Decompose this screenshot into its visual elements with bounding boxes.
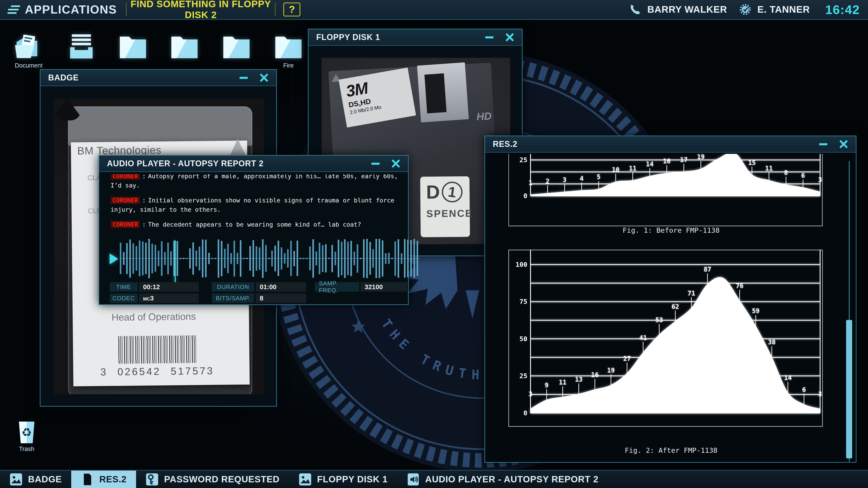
taskbar-item-res2[interactable]: RES.2: [71, 470, 136, 488]
audio-file-icon: [407, 473, 420, 486]
applications-menu[interactable]: APPLICATIONS: [25, 3, 117, 16]
waveform-bar: [290, 241, 292, 276]
badge-barcode-digits: 3 026542 517573: [100, 365, 214, 378]
objective-text: FIND SOMETHING IN FLOPPY DISK 2: [128, 0, 273, 20]
folder-icon: [170, 33, 199, 60]
desktop-icon-folder-2[interactable]: [164, 33, 205, 61]
play-button[interactable]: [110, 254, 118, 264]
svg-text:8: 8: [784, 169, 788, 176]
svg-text:15: 15: [748, 159, 756, 166]
waveform-bar: [161, 241, 162, 276]
waveform-bar: [180, 258, 181, 259]
separator: :: [142, 197, 146, 204]
agent-badge-icon: [739, 4, 751, 15]
waveform-bar: [325, 244, 327, 272]
desktop-icon-folder-fire[interactable]: Fire: [268, 33, 309, 69]
waveform-bar: [218, 239, 219, 278]
waveform-bar: [391, 258, 393, 259]
codec-value: MC3: [139, 293, 199, 303]
waveform-bar: [265, 245, 267, 272]
svg-text:38: 38: [768, 338, 776, 346]
close-button[interactable]: [391, 159, 400, 168]
disk-shutter: [417, 62, 469, 123]
waveform-bar: [344, 239, 346, 278]
minimize-button[interactable]: [371, 163, 379, 165]
folder-icon: [119, 33, 147, 60]
trash-icon[interactable]: ♻ Trash: [13, 422, 40, 453]
desktop-icon-folder-1[interactable]: [113, 33, 153, 61]
trash-label: Trash: [13, 446, 40, 453]
menu-icon[interactable]: [7, 5, 21, 14]
minimize-button[interactable]: [485, 36, 493, 38]
waveform-bar: [341, 242, 342, 275]
waveform-bar: [338, 240, 339, 277]
floppy-titlebar[interactable]: FLOPPY DISK 1: [309, 29, 522, 46]
waveform-bar: [404, 239, 405, 278]
taskbar-label: RES.2: [99, 474, 127, 484]
svg-text:14: 14: [784, 374, 792, 382]
taskbar-item-floppy-disk-1[interactable]: FLOPPY DISK 1: [289, 470, 397, 488]
disk-brand-label: 3M DS,HD 2.0 Mb/2.0 Mo: [339, 68, 416, 128]
svg-text:5: 5: [597, 173, 600, 181]
time-label: TIME: [110, 282, 138, 292]
phone-icon[interactable]: [629, 4, 641, 15]
desktop-icon-folder-3[interactable]: [216, 33, 257, 61]
waveform-bar: [167, 242, 169, 274]
waveform-bar: [132, 243, 134, 273]
close-button[interactable]: [839, 140, 848, 149]
waveform-bar: [177, 241, 178, 276]
separator: :: [142, 221, 146, 228]
waveform-bar: [315, 252, 317, 265]
waveform[interactable]: [120, 238, 420, 279]
document-icon: [81, 473, 94, 486]
speaker-label: CORONER: [111, 197, 140, 204]
close-button[interactable]: [259, 73, 269, 82]
waveform-bar: [297, 240, 298, 276]
call-contact[interactable]: BARRY WALKER: [647, 4, 727, 15]
desktop-icon-archive[interactable]: [61, 33, 102, 61]
taskbar-item-password-requested[interactable]: PASSWORD REQUESTED: [136, 470, 289, 488]
transcript-text: Initial observations show no visible sig…: [111, 197, 394, 213]
window-title: AUDIO PLAYER - AUTOPSY REPORT 2: [107, 159, 264, 168]
waveform-bar: [416, 241, 418, 276]
disk-hd-mark: HD: [476, 110, 492, 123]
waveform-bar: [195, 251, 197, 266]
svg-text:16: 16: [591, 371, 599, 379]
desktop-icon-documents[interactable]: Document: [8, 33, 49, 69]
close-button[interactable]: [505, 33, 514, 42]
waveform-bar: [215, 258, 216, 259]
waveform-bar: [164, 252, 166, 265]
scrollbar-thumb[interactable]: [846, 320, 852, 458]
badge-role: Head of Operations: [112, 311, 196, 323]
waveform-bar: [309, 247, 311, 270]
waveform-bar: [281, 248, 282, 269]
window-audio-player: AUDIO PLAYER - AUTOPSY REPORT 2 CORONER:…: [98, 155, 409, 305]
minimize-button[interactable]: [819, 143, 827, 145]
waveform-bar: [237, 253, 238, 264]
waveform-bar: [135, 246, 137, 271]
waveform-bar: [350, 241, 352, 276]
playhead[interactable]: [175, 240, 176, 288]
taskbar-item-badge[interactable]: BADGE: [0, 470, 71, 488]
minimize-button[interactable]: [240, 77, 248, 79]
svg-text:0: 0: [524, 409, 527, 417]
duration-value: 01:00: [256, 282, 306, 292]
res2-titlebar[interactable]: RES.2: [485, 136, 856, 153]
taskbar-label: FLOPPY DISK 1: [317, 474, 388, 484]
svg-text:25: 25: [520, 372, 527, 380]
svg-text:87: 87: [704, 266, 711, 273]
help-button[interactable]: ?: [283, 2, 301, 17]
waveform-bar: [221, 241, 222, 276]
svg-text:3: 3: [529, 390, 532, 398]
taskbar-item-audio-player[interactable]: AUDIO PLAYER - AUTOPSY REPORT 2: [397, 470, 608, 488]
audio-titlebar[interactable]: AUDIO PLAYER - AUTOPSY REPORT 2: [99, 156, 408, 172]
badge-titlebar[interactable]: BADGE: [40, 70, 276, 86]
waveform-bar: [256, 246, 257, 271]
waveform-bar: [268, 258, 270, 259]
waveform-bar: [347, 242, 349, 275]
svg-text:19: 19: [697, 154, 705, 161]
waveform-bar: [211, 258, 213, 259]
waveform-bar: [395, 241, 396, 276]
waveform-bar: [205, 240, 207, 277]
waveform-bar: [274, 246, 276, 271]
